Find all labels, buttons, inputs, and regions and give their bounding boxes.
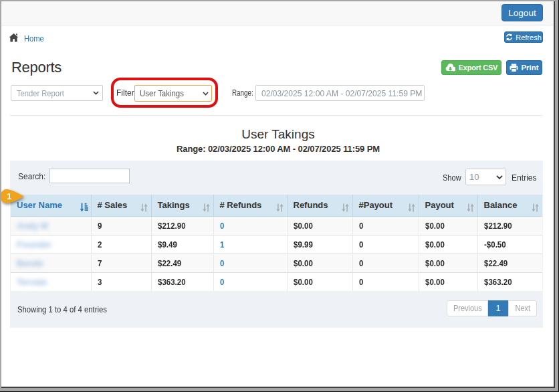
- svg-text:1: 1: [7, 191, 11, 201]
